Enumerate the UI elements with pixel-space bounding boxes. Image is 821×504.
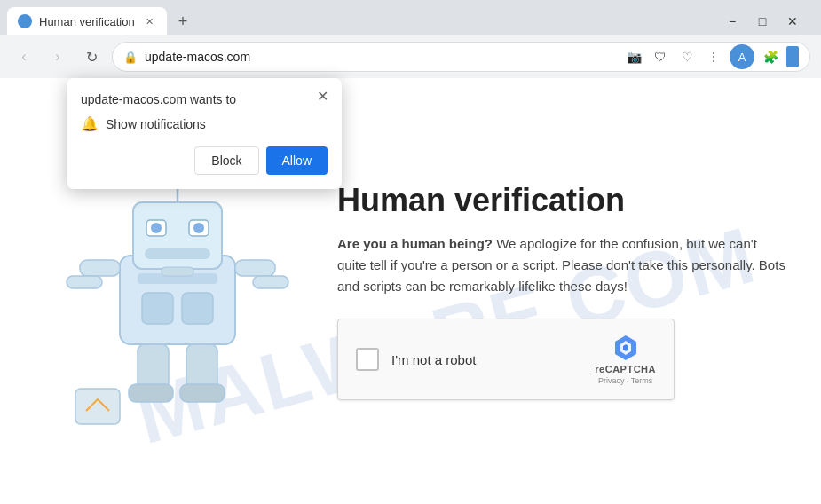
svg-rect-17 (180, 384, 225, 402)
settings-icon[interactable]: ⋮ (703, 46, 724, 67)
svg-point-5 (193, 223, 204, 233)
extensions-icon[interactable]: 🧩 (760, 46, 781, 67)
main-text-area: Human verification Are you a human being… (320, 182, 785, 400)
favorites-icon[interactable]: ♡ (676, 46, 698, 67)
svg-rect-10 (80, 260, 120, 276)
recaptcha-brand: reCAPTCHA (595, 364, 656, 374)
minimize-button[interactable]: − (718, 9, 746, 34)
close-button[interactable]: ✕ (778, 9, 807, 34)
svg-rect-6 (145, 248, 210, 259)
popup-title: update-macos.com wants to (81, 92, 328, 106)
page-description: Are you a human being? We apologize for … (337, 233, 785, 297)
recaptcha-right: reCAPTCHA Privacy · Terms (595, 334, 656, 385)
robot-svg (49, 149, 306, 433)
svg-rect-12 (235, 260, 275, 276)
address-bar: ‹ › ↻ 🔒 update-macos.com 📷 🛡 ♡ ⋮ A 🧩 (0, 35, 821, 78)
address-input[interactable]: 🔒 update-macos.com 📷 🛡 ♡ ⋮ A 🧩 (112, 42, 810, 72)
address-text: update-macos.com (145, 50, 616, 64)
recaptcha-logo-svg (612, 334, 640, 362)
sidebar-icon[interactable] (786, 46, 799, 67)
camera-icon[interactable]: 📷 (623, 46, 644, 67)
refresh-button[interactable]: ↻ (78, 43, 105, 70)
allow-button[interactable]: Allow (266, 146, 328, 175)
tab-bar: Human verification ✕ + − □ ✕ (0, 0, 821, 35)
shield-icon[interactable]: 🛡 (650, 46, 671, 67)
svg-rect-16 (129, 384, 173, 402)
page-heading: Human verification (337, 182, 785, 219)
popup-buttons: Block Allow (81, 146, 328, 175)
svg-rect-13 (253, 276, 288, 288)
popup-close-button[interactable]: ✕ (312, 85, 333, 106)
description-bold: Are you a human being? (337, 236, 493, 251)
tab-favicon (18, 14, 32, 28)
forward-button[interactable]: › (44, 43, 71, 70)
svg-rect-8 (142, 293, 173, 324)
svg-rect-18 (162, 267, 193, 276)
new-tab-button[interactable]: + (170, 9, 195, 34)
maximize-button[interactable]: □ (748, 9, 777, 34)
robot-illustration (36, 149, 320, 433)
svg-point-4 (151, 223, 162, 233)
svg-rect-11 (67, 276, 102, 288)
tab-title: Human verification (39, 15, 135, 28)
svg-rect-9 (182, 293, 213, 324)
popup-permission-text: Show notifications (106, 117, 206, 131)
browser-chrome: Human verification ✕ + − □ ✕ ‹ › ↻ 🔒 upd… (0, 0, 821, 79)
recaptcha-label: I'm not a robot (391, 352, 476, 367)
recaptcha-links: Privacy · Terms (598, 376, 652, 385)
notification-icon: 🔔 (81, 115, 99, 132)
tab-close-button[interactable]: ✕ (142, 14, 156, 28)
back-button[interactable]: ‹ (11, 43, 37, 70)
block-button[interactable]: Block (194, 146, 258, 175)
lock-icon: 🔒 (123, 51, 138, 64)
address-right-icons: 📷 🛡 ♡ ⋮ A 🧩 (623, 44, 799, 69)
notification-popup: ✕ update-macos.com wants to 🔔 Show notif… (67, 78, 342, 189)
recaptcha-checkbox[interactable] (356, 348, 379, 371)
recaptcha-box[interactable]: I'm not a robot reCAPTCHA Privacy · Term… (337, 319, 675, 400)
profile-icon[interactable]: A (730, 44, 754, 69)
popup-permission-row: 🔔 Show notifications (81, 115, 328, 132)
active-tab[interactable]: Human verification ✕ (7, 7, 167, 35)
svg-rect-21 (75, 389, 120, 424)
recaptcha-left: I'm not a robot (356, 348, 476, 371)
